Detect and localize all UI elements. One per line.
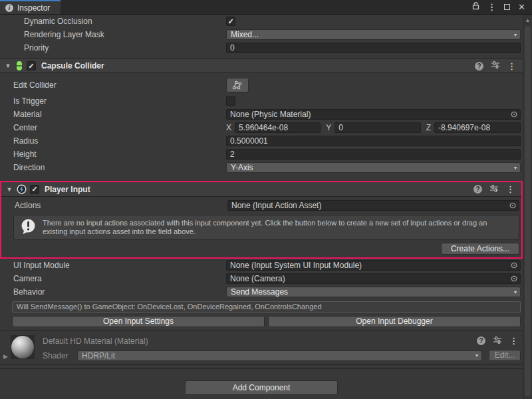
object-picker-icon[interactable]: ⊙ xyxy=(508,201,517,210)
player-input-header[interactable]: ▼ ✓ Player Input ? ⋮ xyxy=(1,182,521,197)
ui-input-module-label: UI Input Module xyxy=(13,261,226,270)
center-x-input[interactable]: 5.960464e-08 xyxy=(235,122,321,133)
no-actions-helpbox: There are no input actions associated wi… xyxy=(13,215,519,240)
unlock-icon[interactable] xyxy=(472,2,479,12)
capsule-collider-body: Edit Collider Is Trigger Material None (… xyxy=(0,73,523,177)
tab-inspector[interactable]: i Inspector xyxy=(0,0,61,14)
rendering-layer-mask-value: Mixed... xyxy=(231,30,511,39)
material-preview-section: ▶ Default HD Material (Material) ? ⋮ Sha… xyxy=(0,331,523,364)
inspector-content: Dynamic Occlusion ✓ Rendering Layer Mask… xyxy=(0,15,523,395)
direction-dropdown[interactable]: Y-Axis ▾ xyxy=(226,162,521,173)
vertical-scrollbar[interactable]: ▲ xyxy=(523,15,532,399)
add-component-button[interactable]: Add Component xyxy=(185,380,338,395)
center-z-label[interactable]: Z xyxy=(426,123,431,132)
edit-collider-button[interactable] xyxy=(226,78,249,92)
center-y-label[interactable]: Y xyxy=(326,123,331,132)
shader-value: HDRP/Lit xyxy=(82,351,473,360)
row-dynamic-occlusion: Dynamic Occlusion ✓ xyxy=(0,15,523,28)
presets-icon[interactable] xyxy=(489,184,499,195)
send-message-info: Will SendMessage() to GameObject: OnDevi… xyxy=(12,301,521,313)
material-thumbnail[interactable] xyxy=(11,335,35,359)
direction-value: Y-Axis xyxy=(231,163,511,172)
object-picker-icon[interactable]: ⊙ xyxy=(509,110,519,119)
help-icon[interactable]: ? xyxy=(473,185,482,194)
create-actions-row: Create Actions... xyxy=(1,243,521,257)
center-y-input[interactable]: 0 xyxy=(334,122,420,133)
player-input-icon xyxy=(17,184,27,194)
scroll-up-icon[interactable]: ▲ xyxy=(523,17,532,23)
edit-collider-icon xyxy=(231,80,243,90)
row-material: Material None (Physic Material) ⊙ xyxy=(0,108,523,121)
height-label: Height xyxy=(13,150,226,159)
help-icon[interactable]: ? xyxy=(475,62,483,70)
direction-label: Direction xyxy=(13,163,226,172)
foldout-open-icon[interactable]: ▼ xyxy=(5,186,13,193)
behavior-label: Behavior xyxy=(13,287,226,297)
object-picker-icon[interactable]: ⊙ xyxy=(509,274,519,283)
camera-object-field[interactable]: None (Camera) ⊙ xyxy=(226,273,521,284)
row-height: Height 2 xyxy=(0,148,523,161)
behavior-dropdown[interactable]: Send Messages ▾ xyxy=(226,287,521,297)
capsule-collider-icon xyxy=(15,61,23,71)
chevron-down-icon: ▾ xyxy=(514,32,517,38)
radius-input[interactable]: 0.5000001 xyxy=(226,136,521,146)
object-picker-icon[interactable]: ⊙ xyxy=(509,261,519,270)
chevron-down-icon: ▾ xyxy=(475,352,478,358)
dynamic-occlusion-label: Dynamic Occlusion xyxy=(24,17,226,26)
player-input-title: Player Input xyxy=(45,185,90,194)
foldout-closed-icon[interactable]: ▶ xyxy=(3,353,8,360)
actions-value: None (Input Action Asset) xyxy=(231,201,508,210)
presets-icon[interactable] xyxy=(493,336,502,346)
tab-title: Inspector xyxy=(17,3,50,13)
rendering-layer-mask-dropdown[interactable]: Mixed... ▾ xyxy=(226,29,521,40)
help-icon[interactable]: ? xyxy=(477,336,485,345)
presets-icon[interactable] xyxy=(491,61,500,71)
close-icon[interactable]: ✕ xyxy=(518,3,525,11)
camera-value: None (Camera) xyxy=(230,274,509,283)
ui-input-module-value: None (Input System UI Input Module) xyxy=(230,261,509,270)
foldout-open-icon[interactable]: ▼ xyxy=(4,63,12,69)
edit-collider-label: Edit Collider xyxy=(13,80,226,90)
material-label: Material xyxy=(13,110,226,119)
center-z-input[interactable]: -8.940697e-08 xyxy=(434,122,521,133)
kebab-menu-icon[interactable]: ⋮ xyxy=(509,336,518,346)
capsule-collider-header[interactable]: ▼ ✓ Capsule Collider ? ⋮ xyxy=(0,59,523,73)
create-actions-button[interactable]: Create Actions... xyxy=(441,243,519,255)
capsule-collider-enabled-checkbox[interactable]: ✓ xyxy=(27,61,36,70)
radius-label: Radius xyxy=(13,136,226,146)
row-center: Center X 5.960464e-08 Y 0 Z -8.940697e-0… xyxy=(0,121,523,134)
ui-input-module-object-field[interactable]: None (Input System UI Input Module) ⊙ xyxy=(226,260,521,271)
priority-input[interactable]: 0 xyxy=(226,43,521,53)
row-edit-collider: Edit Collider xyxy=(0,76,523,94)
chevron-down-icon: ▾ xyxy=(514,289,517,295)
is-trigger-checkbox[interactable] xyxy=(226,96,235,106)
warning-icon xyxy=(20,218,37,237)
shader-dropdown[interactable]: HDRP/Lit ▾ xyxy=(77,350,482,361)
kebab-menu-icon[interactable]: ⋮ xyxy=(506,184,515,194)
row-actions: Actions None (Input Action Asset) ⊙ xyxy=(1,199,521,212)
player-input-highlight-frame: ▼ ✓ Player Input ? ⋮ Actions None (Input… xyxy=(0,181,523,259)
camera-label: Camera xyxy=(13,274,226,283)
actions-object-field[interactable]: None (Input Action Asset) ⊙ xyxy=(227,200,519,211)
chevron-down-icon: ▾ xyxy=(514,165,517,171)
tab-bar: i Inspector ⋮ ✕ xyxy=(0,0,532,15)
maximize-icon[interactable] xyxy=(504,4,510,10)
row-behavior: Behavior Send Messages ▾ xyxy=(0,285,523,299)
row-rendering-layer-mask: Rendering Layer Mask Mixed... ▾ xyxy=(0,28,523,41)
shader-edit-button[interactable]: Edit... xyxy=(489,350,521,361)
height-input[interactable]: 2 xyxy=(226,149,521,160)
no-actions-message: There are no input actions associated wi… xyxy=(43,219,513,236)
material-title: Default HD Material (Material) xyxy=(43,336,148,346)
dynamic-occlusion-checkbox[interactable]: ✓ xyxy=(226,17,235,26)
player-input-enabled-checkbox[interactable]: ✓ xyxy=(30,185,39,194)
window-menu-icon[interactable]: ⋮ xyxy=(487,2,496,12)
actions-label: Actions xyxy=(15,201,227,210)
scrollbar-thumb[interactable] xyxy=(525,26,531,396)
material-object-field[interactable]: None (Physic Material) ⊙ xyxy=(226,109,521,120)
open-input-debugger-button[interactable]: Open Input Debugger xyxy=(268,316,521,327)
center-x-label[interactable]: X xyxy=(226,123,231,132)
window-controls: ⋮ ✕ xyxy=(472,0,525,14)
priority-label: Priority xyxy=(24,43,226,53)
open-input-settings-button[interactable]: Open Input Settings xyxy=(12,316,265,327)
kebab-menu-icon[interactable]: ⋮ xyxy=(507,61,516,71)
